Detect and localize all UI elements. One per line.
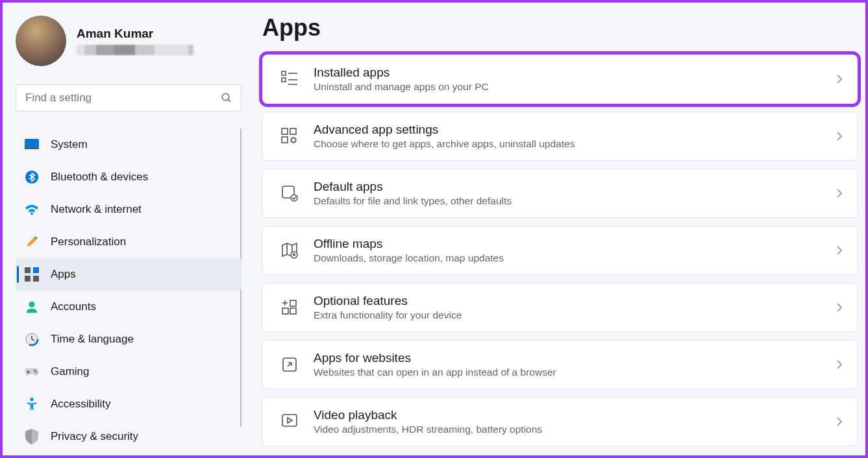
apps-icon xyxy=(25,267,39,282)
svg-point-30 xyxy=(291,195,297,201)
clock-icon xyxy=(25,332,39,346)
svg-rect-21 xyxy=(282,78,286,82)
user-profile[interactable]: Aman Kumar xyxy=(16,16,249,66)
card-default-apps[interactable]: Default apps Defaults for file and link … xyxy=(262,169,858,218)
wifi-icon xyxy=(25,202,39,217)
page-title: Apps xyxy=(262,14,858,42)
svg-point-10 xyxy=(29,302,34,307)
accessibility-icon xyxy=(25,397,39,411)
card-title: Installed apps xyxy=(314,66,836,80)
sidebar-item-label: Personalization xyxy=(51,235,126,248)
sidebar-item-label: Accessibility xyxy=(51,398,111,411)
main-content: Apps Installed apps Uninstall and manage… xyxy=(249,3,865,455)
chevron-right-icon xyxy=(836,359,843,370)
card-title: Optional features xyxy=(314,294,836,308)
svg-line-1 xyxy=(228,99,230,102)
sidebar-item-label: Bluetooth & devices xyxy=(51,171,148,184)
card-offline-maps[interactable]: Offline maps Downloads, storage location… xyxy=(262,226,858,275)
svg-rect-2 xyxy=(25,139,39,149)
card-title: Offline maps xyxy=(314,237,836,251)
sidebar-item-apps[interactable]: Apps xyxy=(16,258,242,291)
card-sub: Video adjustments, HDR streaming, batter… xyxy=(314,424,836,435)
sidebar-item-label: Gaming xyxy=(51,365,90,378)
sidebar-item-time[interactable]: Time & language xyxy=(16,323,242,356)
svg-rect-27 xyxy=(282,137,288,143)
sidebar-item-label: Privacy & security xyxy=(51,430,138,443)
sidebar-item-label: System xyxy=(51,138,88,151)
svg-rect-9 xyxy=(33,276,39,282)
installed-apps-icon xyxy=(281,71,298,88)
card-title: Default apps xyxy=(314,180,836,194)
sidebar-item-label: Apps xyxy=(51,268,76,281)
sidebar-item-network[interactable]: Network & internet xyxy=(16,193,242,226)
card-sub: Choose where to get apps, archive apps, … xyxy=(314,138,836,150)
sidebar-item-gaming[interactable]: Gaming xyxy=(16,356,242,388)
svg-rect-7 xyxy=(33,267,39,273)
search-input[interactable] xyxy=(16,84,242,112)
card-sub: Downloads, storage location, map updates xyxy=(314,252,836,264)
chevron-right-icon xyxy=(836,131,843,141)
gamepad-icon xyxy=(25,365,39,379)
svg-rect-34 xyxy=(290,300,296,306)
sidebar-item-system[interactable]: System xyxy=(16,128,242,161)
sidebar-item-label: Time & language xyxy=(51,333,134,346)
card-title: Advanced app settings xyxy=(314,123,836,137)
default-apps-icon xyxy=(281,185,298,202)
sidebar-item-accessibility[interactable]: Accessibility xyxy=(16,388,242,420)
svg-point-0 xyxy=(222,93,229,101)
person-icon xyxy=(25,300,39,314)
chevron-right-icon xyxy=(836,74,843,84)
user-name: Aman Kumar xyxy=(77,27,249,41)
sidebar-item-label: Network & internet xyxy=(51,203,142,216)
optional-features-icon xyxy=(281,299,298,316)
user-subtext-redacted xyxy=(77,45,193,55)
avatar xyxy=(16,16,66,66)
card-sub: Defaults for file and link types, other … xyxy=(314,195,836,207)
card-title: Video playback xyxy=(314,408,836,422)
paint-icon xyxy=(25,235,39,249)
svg-rect-8 xyxy=(25,276,31,282)
svg-rect-6 xyxy=(25,267,31,273)
apps-websites-icon xyxy=(281,356,298,373)
svg-rect-20 xyxy=(282,71,286,75)
card-optional-features[interactable]: Optional features Extra functionality fo… xyxy=(262,283,858,332)
svg-point-28 xyxy=(291,138,296,143)
svg-rect-32 xyxy=(282,308,288,314)
svg-point-15 xyxy=(34,370,36,372)
svg-point-5 xyxy=(31,213,33,215)
card-sub: Websites that can open in an app instead… xyxy=(314,367,836,378)
search-icon xyxy=(221,92,232,104)
svg-rect-18 xyxy=(27,372,30,373)
sidebar-item-label: Accounts xyxy=(51,300,96,313)
card-sub: Extra functionality for your device xyxy=(314,309,836,321)
shield-icon xyxy=(25,429,39,444)
svg-rect-33 xyxy=(290,308,296,314)
card-apps-for-websites[interactable]: Apps for websites Websites that can open… xyxy=(262,340,858,389)
sidebar: Aman Kumar System Bluetooth xyxy=(3,3,249,455)
svg-point-16 xyxy=(35,372,37,374)
sidebar-item-accounts[interactable]: Accounts xyxy=(16,291,242,323)
card-sub: Uninstall and manage apps on your PC xyxy=(314,81,836,93)
video-playback-icon xyxy=(281,413,298,430)
svg-point-19 xyxy=(30,398,34,402)
chevron-right-icon xyxy=(836,188,843,199)
sidebar-item-privacy[interactable]: Privacy & security xyxy=(16,420,242,453)
system-icon xyxy=(25,138,39,152)
sidebar-item-bluetooth[interactable]: Bluetooth & devices xyxy=(16,161,242,193)
sidebar-item-personalization[interactable]: Personalization xyxy=(16,226,242,258)
offline-maps-icon xyxy=(281,242,298,259)
svg-rect-36 xyxy=(282,415,297,426)
nav: System Bluetooth & devices Network & int… xyxy=(16,128,249,453)
chevron-right-icon xyxy=(836,245,843,256)
advanced-settings-icon xyxy=(281,128,298,145)
card-title: Apps for websites xyxy=(314,351,836,365)
svg-rect-26 xyxy=(290,128,296,134)
bluetooth-icon xyxy=(25,170,39,184)
chevron-right-icon xyxy=(836,302,843,313)
card-advanced-app-settings[interactable]: Advanced app settings Choose where to ge… xyxy=(262,112,858,161)
card-video-playback[interactable]: Video playback Video adjustments, HDR st… xyxy=(262,397,858,446)
chevron-right-icon xyxy=(836,416,843,427)
svg-rect-3 xyxy=(25,147,39,149)
svg-rect-25 xyxy=(282,128,288,134)
card-installed-apps[interactable]: Installed apps Uninstall and manage apps… xyxy=(262,54,858,104)
